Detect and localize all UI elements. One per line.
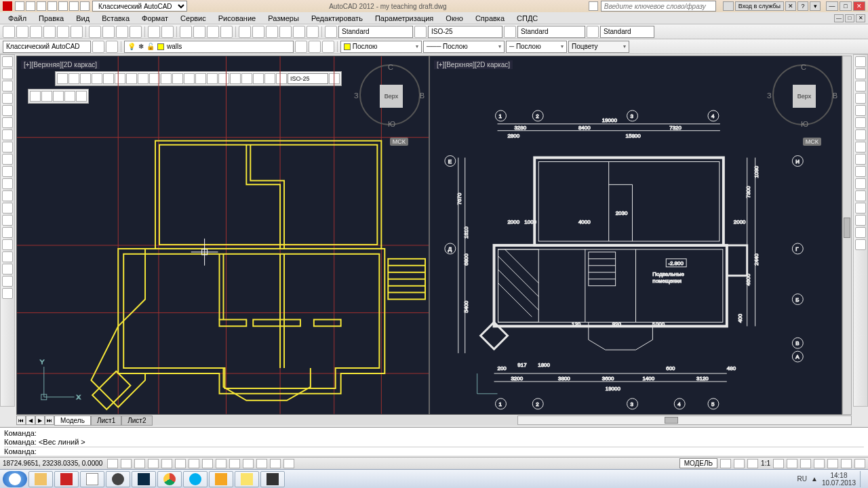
plot-icon[interactable] <box>43 26 56 38</box>
ws-combo-2[interactable]: Классический AutoCAD <box>3 41 91 53</box>
search-input[interactable] <box>601 1 716 12</box>
task-explorer[interactable] <box>28 471 53 487</box>
coords-display[interactable]: 18724.9651, 23238.0335, 0.0000 <box>3 460 104 467</box>
tab-last[interactable]: ⏭ <box>45 415 54 425</box>
matchprop-icon[interactable] <box>130 26 142 38</box>
ortho-toggle[interactable] <box>134 459 145 468</box>
qat-undo-icon[interactable] <box>69 1 79 11</box>
viewport-left[interactable]: [+][Верхняя][2D каркас] ISO-25 <box>16 56 429 415</box>
explode-icon[interactable] <box>855 239 866 250</box>
tray-lang[interactable]: RU <box>797 475 807 483</box>
spline-icon[interactable] <box>2 154 13 165</box>
polar-toggle[interactable] <box>148 459 159 468</box>
dropdown-icon[interactable]: ▾ <box>810 1 821 11</box>
join-icon[interactable] <box>855 203 866 214</box>
erase-icon[interactable] <box>855 56 866 67</box>
insert-icon[interactable] <box>2 190 13 201</box>
show-desktop[interactable] <box>860 471 865 487</box>
polygon-icon[interactable] <box>2 93 13 104</box>
anno-scale[interactable]: 1:1 <box>761 460 770 467</box>
undo-icon[interactable] <box>148 26 160 38</box>
dimstyle-icon[interactable] <box>414 26 427 38</box>
properties-icon[interactable] <box>239 26 251 38</box>
cmd-input[interactable]: Команда: <box>4 447 864 456</box>
start-button[interactable] <box>3 471 27 487</box>
trim-icon[interactable] <box>855 166 866 177</box>
mlstyle-icon[interactable] <box>587 26 599 38</box>
sheetset-icon[interactable] <box>279 26 292 38</box>
table-icon[interactable] <box>2 264 13 274</box>
qat-save-icon[interactable] <box>37 1 46 11</box>
array-icon[interactable] <box>855 105 866 116</box>
toolpal-icon[interactable] <box>266 26 278 38</box>
task-photoshop[interactable] <box>132 471 156 487</box>
copy-icon[interactable] <box>102 26 115 38</box>
mirror-icon[interactable] <box>855 81 866 92</box>
osnap-toggle[interactable] <box>161 459 172 468</box>
quickview2-icon[interactable] <box>734 459 745 468</box>
dyn-toggle[interactable] <box>216 459 226 468</box>
grid-toggle[interactable] <box>121 459 132 468</box>
menu-format[interactable]: Формат <box>136 14 174 23</box>
menu-spds[interactable]: СПДС <box>511 14 543 23</box>
menu-help[interactable]: Справка <box>470 14 510 23</box>
zoomprev-icon[interactable] <box>207 26 219 38</box>
ws-switch-icon[interactable] <box>800 459 811 468</box>
hardware-icon[interactable] <box>827 459 838 468</box>
publish-icon[interactable] <box>71 26 83 38</box>
tab-prev[interactable]: ◀ <box>26 415 35 425</box>
viewcube-left[interactable]: Верх С Ю В З <box>359 64 420 125</box>
maximize-button[interactable]: □ <box>840 1 852 11</box>
laymcur-icon[interactable] <box>295 41 307 53</box>
task-autocad[interactable] <box>54 471 79 487</box>
tpy-toggle[interactable] <box>243 459 254 468</box>
qp-toggle[interactable] <box>256 459 267 468</box>
tab-model[interactable]: Модель <box>54 415 91 426</box>
tablestyle-icon[interactable] <box>504 26 516 38</box>
mtext-icon[interactable] <box>2 276 13 287</box>
menu-modify[interactable]: Редактировать <box>306 14 368 23</box>
markup-icon[interactable] <box>293 26 305 38</box>
task-app1[interactable] <box>106 471 130 487</box>
chamfer-icon[interactable] <box>855 215 866 226</box>
color-combo[interactable]: Послою▾ <box>340 41 422 53</box>
viewport-right[interactable]: [+][Верхняя][2D каркас] 1 2 3 4 И Г Б В … <box>429 56 842 415</box>
extend-icon[interactable] <box>855 178 866 189</box>
layer-combo[interactable]: 💡❄🔓walls <box>124 41 294 53</box>
qat-print-icon[interactable] <box>58 1 68 11</box>
menu-edit[interactable]: Правка <box>33 14 69 23</box>
region-icon[interactable] <box>2 251 13 262</box>
task-skype[interactable] <box>183 471 208 487</box>
minimize-button[interactable]: — <box>826 1 838 11</box>
annoscale-icon[interactable] <box>747 459 758 468</box>
ucs-label-left[interactable]: МСК <box>390 138 408 146</box>
redo-icon[interactable] <box>161 26 174 38</box>
menu-draw[interactable]: Рисование <box>213 14 261 23</box>
menu-view[interactable]: Вид <box>71 14 95 23</box>
qat-redo-icon[interactable] <box>80 1 90 11</box>
revcloud-icon[interactable] <box>2 142 13 152</box>
textstyle-combo[interactable]: Standard <box>338 26 413 38</box>
tab-next[interactable]: ▶ <box>35 415 45 425</box>
rotate-icon[interactable] <box>855 129 866 140</box>
tray-clock[interactable]: 14:1810.07.2013 <box>822 472 856 487</box>
xline-icon[interactable] <box>2 68 13 79</box>
snap-toggle[interactable] <box>107 459 118 468</box>
task-app4[interactable] <box>260 471 285 487</box>
ducs-toggle[interactable] <box>202 459 213 468</box>
ltype-combo[interactable]: ─── Послою▾ <box>423 41 505 53</box>
qat-open-icon[interactable] <box>26 1 35 11</box>
layprev-icon[interactable] <box>322 41 334 53</box>
doc-minimize[interactable]: — <box>834 14 844 22</box>
break-icon[interactable] <box>855 190 866 201</box>
menu-window[interactable]: Окно <box>440 14 469 23</box>
doc-close[interactable]: ✕ <box>856 14 865 22</box>
pan-icon[interactable] <box>180 26 192 38</box>
sc-toggle[interactable] <box>270 459 281 468</box>
open-icon[interactable] <box>16 26 28 38</box>
qat-saveas-icon[interactable] <box>47 1 57 11</box>
ucs-label-right[interactable]: МСК <box>803 138 821 146</box>
stretch-icon[interactable] <box>855 154 866 165</box>
task-calendar[interactable] <box>80 471 104 487</box>
menu-file[interactable]: Файл <box>3 14 32 23</box>
